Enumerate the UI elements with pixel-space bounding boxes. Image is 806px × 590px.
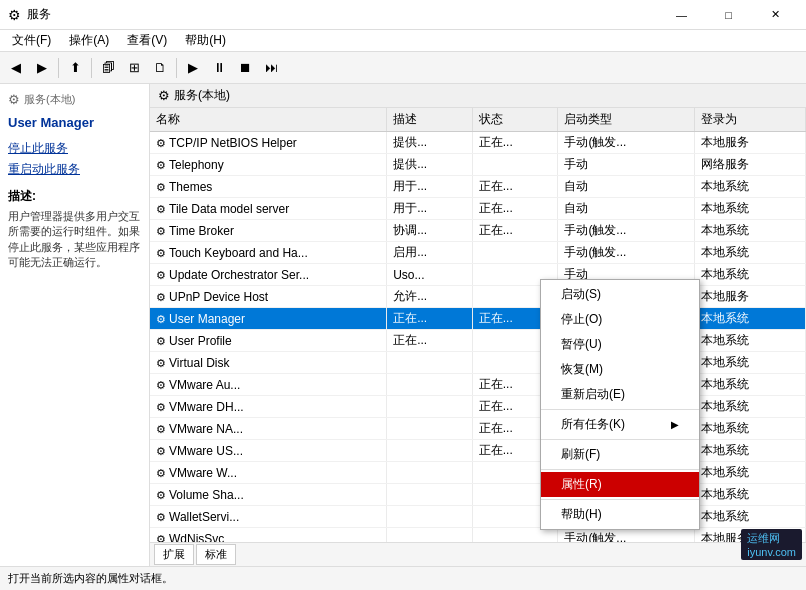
- menu-bar: 文件(F) 操作(A) 查看(V) 帮助(H): [0, 30, 806, 52]
- ctx-label: 暂停(U): [561, 336, 602, 353]
- service-table-container[interactable]: 名称 描述 状态 启动类型 登录为 ⚙TCP/IP NetBIOS Helper…: [150, 108, 806, 542]
- cell-name: ⚙VMware Au...: [150, 374, 387, 396]
- cell-startup: 自动: [558, 176, 695, 198]
- watermark-line2: iyunv.com: [747, 546, 796, 558]
- up-button[interactable]: ⬆: [63, 56, 87, 80]
- table-row[interactable]: ⚙WalletServi...手动本地系统: [150, 506, 806, 528]
- service-icon: ⚙: [156, 401, 166, 413]
- cell-desc: [387, 506, 473, 528]
- status-bar: 扩展 标准: [150, 542, 806, 566]
- table-row[interactable]: ⚙UPnP Device Host允许...手动本地服务: [150, 286, 806, 308]
- service-icon: ⚙: [156, 313, 166, 325]
- ctx-label: 帮助(H): [561, 506, 602, 523]
- cell-logon: 本地系统: [694, 418, 805, 440]
- service-icon: ⚙: [156, 423, 166, 435]
- stop-button[interactable]: ⏹: [233, 56, 257, 80]
- cell-status: [472, 242, 558, 264]
- context-menu-item-5[interactable]: 所有任务(K)▶: [541, 412, 699, 437]
- left-panel: ⚙ 服务(本地) User Manager 停止此服务 重启动此服务 描述: 用…: [0, 84, 150, 566]
- context-menu-item-1[interactable]: 停止(O): [541, 307, 699, 332]
- menu-help[interactable]: 帮助(H): [177, 30, 234, 51]
- stop-service-link[interactable]: 停止此服务: [8, 140, 141, 157]
- cell-name: ⚙Update Orchestrator Ser...: [150, 264, 387, 286]
- status-text: 打开当前所选内容的属性对话框。: [8, 571, 173, 586]
- pause-button[interactable]: ⏸: [207, 56, 231, 80]
- cell-name: ⚙Themes: [150, 176, 387, 198]
- service-icon: ⚙: [156, 467, 166, 479]
- tab-standard[interactable]: 标准: [196, 544, 236, 565]
- scope-button[interactable]: ⊞: [122, 56, 146, 80]
- table-row[interactable]: ⚙Update Orchestrator Ser...Uso...手动本地系统: [150, 264, 806, 286]
- col-startup[interactable]: 启动类型: [558, 108, 695, 132]
- col-status[interactable]: 状态: [472, 108, 558, 132]
- status-tabs: 扩展 标准: [154, 544, 236, 565]
- table-row[interactable]: ⚙VMware NA...正在...自动本地系统: [150, 418, 806, 440]
- context-menu-item-0[interactable]: 启动(S): [541, 282, 699, 307]
- menu-file[interactable]: 文件(F): [4, 30, 59, 51]
- table-row[interactable]: ⚙Virtual Disk手动本地系统: [150, 352, 806, 374]
- table-row[interactable]: ⚙User Manager正在...正在...自动(触发...本地系统: [150, 308, 806, 330]
- ctx-label: 停止(O): [561, 311, 602, 328]
- cell-name: ⚙VMware DH...: [150, 396, 387, 418]
- maximize-button[interactable]: □: [706, 5, 751, 25]
- cell-name: ⚙VMware W...: [150, 462, 387, 484]
- forward-button[interactable]: ▶: [30, 56, 54, 80]
- cell-logon: 本地系统: [694, 176, 805, 198]
- context-menu-item-8[interactable]: 帮助(H): [541, 502, 699, 527]
- table-row[interactable]: ⚙Time Broker协调...正在...手动(触发...本地系统: [150, 220, 806, 242]
- table-row[interactable]: ⚙WdNisSvc手动(触发...本地服务: [150, 528, 806, 543]
- ctx-label: 恢复(M): [561, 361, 603, 378]
- cell-status: [472, 154, 558, 176]
- start-button[interactable]: ▶: [181, 56, 205, 80]
- cell-desc: 允许...: [387, 286, 473, 308]
- col-desc[interactable]: 描述: [387, 108, 473, 132]
- close-button[interactable]: ✕: [753, 5, 798, 25]
- menu-view[interactable]: 查看(V): [119, 30, 175, 51]
- table-row[interactable]: ⚙VMware DH...正在...自动本地系统: [150, 396, 806, 418]
- context-menu-item-6[interactable]: 刷新(F): [541, 442, 699, 467]
- back-button[interactable]: ◀: [4, 56, 28, 80]
- service-icon: ⚙: [156, 247, 166, 259]
- context-menu: 启动(S)停止(O)暂停(U)恢复(M)重新启动(E)所有任务(K)▶刷新(F)…: [540, 279, 700, 530]
- cell-startup: 手动(触发...: [558, 132, 695, 154]
- cell-startup: 手动(触发...: [558, 220, 695, 242]
- table-row[interactable]: ⚙Touch Keyboard and Ha...启用...手动(触发...本地…: [150, 242, 806, 264]
- cell-status: 正在...: [472, 176, 558, 198]
- context-menu-item-3[interactable]: 恢复(M): [541, 357, 699, 382]
- restart-button[interactable]: ⏭: [259, 56, 283, 80]
- table-row[interactable]: ⚙User Profile正在...自动本地系统: [150, 330, 806, 352]
- table-row[interactable]: ⚙VMware Au...正在...自动本地系统: [150, 374, 806, 396]
- show-hide-button[interactable]: 🗐: [96, 56, 120, 80]
- table-row[interactable]: ⚙Tile Data model server用于...正在...自动本地系统: [150, 198, 806, 220]
- menu-action[interactable]: 操作(A): [61, 30, 117, 51]
- cell-name: ⚙User Profile: [150, 330, 387, 352]
- service-table: 名称 描述 状态 启动类型 登录为 ⚙TCP/IP NetBIOS Helper…: [150, 108, 806, 542]
- right-panel-icon: ⚙: [158, 88, 170, 103]
- ctx-separator: [541, 499, 699, 500]
- minimize-button[interactable]: —: [659, 5, 704, 25]
- table-row[interactable]: ⚙Volume Sha...手动本地系统: [150, 484, 806, 506]
- table-row[interactable]: ⚙VMware W...手动本地系统: [150, 462, 806, 484]
- context-menu-item-4[interactable]: 重新启动(E): [541, 382, 699, 407]
- context-menu-item-7[interactable]: 属性(R): [541, 472, 699, 497]
- col-name[interactable]: 名称: [150, 108, 387, 132]
- table-row[interactable]: ⚙TCP/IP NetBIOS Helper提供...正在...手动(触发...…: [150, 132, 806, 154]
- table-row[interactable]: ⚙Telephony提供...手动网络服务: [150, 154, 806, 176]
- table-row[interactable]: ⚙Themes用于...正在...自动本地系统: [150, 176, 806, 198]
- cell-desc: 启用...: [387, 242, 473, 264]
- cell-desc: [387, 374, 473, 396]
- cell-logon: 本地系统: [694, 308, 805, 330]
- ctx-separator: [541, 469, 699, 470]
- context-menu-item-2[interactable]: 暂停(U): [541, 332, 699, 357]
- cell-name: ⚙UPnP Device Host: [150, 286, 387, 308]
- service-icon: ⚙: [156, 357, 166, 369]
- service-icon: ⚙: [156, 291, 166, 303]
- desc-text: 用户管理器提供多用户交互所需要的运行时组件。如果停止此服务，某些应用程序可能无法…: [8, 209, 141, 271]
- tab-extended[interactable]: 扩展: [154, 544, 194, 565]
- restart-service-link[interactable]: 重启动此服务: [8, 161, 141, 178]
- table-row[interactable]: ⚙VMware US...正在...自动本地系统: [150, 440, 806, 462]
- new-window-button[interactable]: 🗋: [148, 56, 172, 80]
- col-logon[interactable]: 登录为: [694, 108, 805, 132]
- cell-status: 正在...: [472, 132, 558, 154]
- cell-logon: 本地系统: [694, 462, 805, 484]
